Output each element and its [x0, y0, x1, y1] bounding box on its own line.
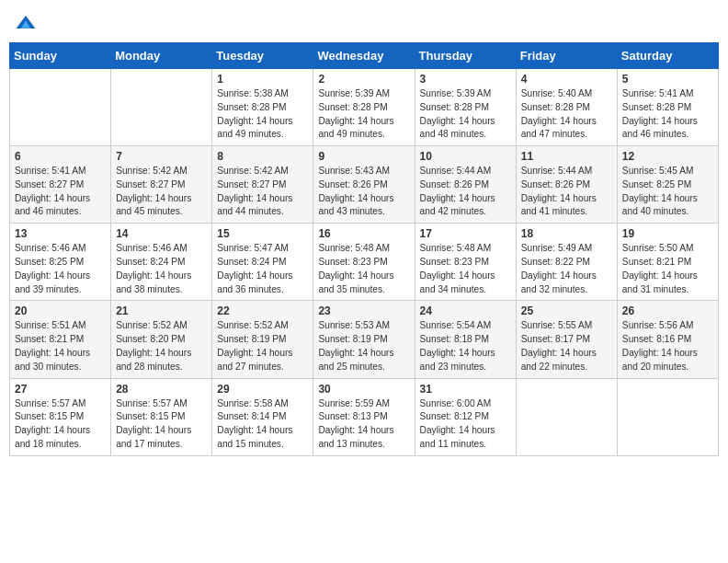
- sunset-text: Sunset: 8:28 PM: [521, 102, 590, 112]
- cell-info: Sunrise: 5:42 AM Sunset: 8:27 PM Dayligh…: [116, 165, 207, 219]
- sunrise-text: Sunrise: 5:46 AM: [116, 243, 188, 253]
- calendar-cell: 27 Sunrise: 5:57 AM Sunset: 8:15 PM Dayl…: [10, 378, 111, 455]
- day-number: 13: [15, 227, 106, 240]
- sunrise-text: Sunrise: 5:59 AM: [318, 398, 390, 408]
- day-number: 6: [15, 150, 106, 163]
- sunset-text: Sunset: 8:21 PM: [15, 334, 84, 344]
- weekday-header-sunday: Sunday: [10, 43, 111, 69]
- daylight-text: Daylight: 14 hours and 39 minutes.: [15, 270, 90, 294]
- sunrise-text: Sunrise: 5:58 AM: [217, 398, 289, 408]
- calendar-cell: 10 Sunrise: 5:44 AM Sunset: 8:26 PM Dayl…: [415, 146, 516, 224]
- week-row-2: 6 Sunrise: 5:41 AM Sunset: 8:27 PM Dayli…: [10, 146, 719, 224]
- calendar-cell: 3 Sunrise: 5:39 AM Sunset: 8:28 PM Dayli…: [415, 69, 516, 146]
- daylight-text: Daylight: 14 hours and 17 minutes.: [116, 425, 191, 449]
- sunset-text: Sunset: 8:20 PM: [116, 334, 185, 344]
- cell-info: Sunrise: 5:39 AM Sunset: 8:28 PM Dayligh…: [318, 87, 409, 142]
- calendar-cell: 22 Sunrise: 5:52 AM Sunset: 8:19 PM Dayl…: [212, 301, 313, 378]
- daylight-text: Daylight: 14 hours and 32 minutes.: [521, 270, 597, 294]
- sunrise-text: Sunrise: 5:41 AM: [15, 166, 86, 176]
- sunset-text: Sunset: 8:27 PM: [15, 179, 84, 190]
- cell-info: Sunrise: 5:38 AM Sunset: 8:28 PM Dayligh…: [217, 87, 308, 142]
- sunrise-text: Sunrise: 5:44 AM: [521, 166, 593, 176]
- cell-info: Sunrise: 5:41 AM Sunset: 8:27 PM Dayligh…: [15, 165, 106, 219]
- daylight-text: Daylight: 14 hours and 42 minutes.: [420, 193, 495, 217]
- sunrise-text: Sunrise: 5:47 AM: [217, 243, 289, 253]
- calendar-table: SundayMondayTuesdayWednesdayThursdayFrid…: [9, 42, 719, 456]
- logo-icon: [13, 9, 39, 35]
- sunset-text: Sunset: 8:14 PM: [217, 411, 286, 421]
- sunrise-text: Sunrise: 5:42 AM: [217, 166, 289, 176]
- sunset-text: Sunset: 8:28 PM: [420, 102, 489, 112]
- sunset-text: Sunset: 8:27 PM: [217, 179, 286, 190]
- weekday-header-friday: Friday: [516, 43, 617, 69]
- daylight-text: Daylight: 14 hours and 49 minutes.: [217, 116, 292, 140]
- day-number: 19: [622, 227, 713, 240]
- cell-info: Sunrise: 5:46 AM Sunset: 8:25 PM Dayligh…: [15, 242, 106, 296]
- sunrise-text: Sunrise: 5:42 AM: [116, 166, 188, 176]
- sunrise-text: Sunrise: 5:41 AM: [622, 88, 694, 98]
- sunrise-text: Sunrise: 5:53 AM: [318, 320, 390, 330]
- daylight-text: Daylight: 14 hours and 41 minutes.: [521, 193, 597, 217]
- cell-info: Sunrise: 5:47 AM Sunset: 8:24 PM Dayligh…: [217, 242, 308, 296]
- sunrise-text: Sunrise: 5:57 AM: [116, 398, 188, 408]
- weekday-header-tuesday: Tuesday: [212, 43, 313, 69]
- sunrise-text: Sunrise: 5:50 AM: [622, 243, 694, 253]
- day-number: 1: [217, 73, 308, 86]
- day-number: 23: [318, 304, 409, 317]
- day-number: 20: [15, 304, 106, 317]
- calendar-cell: 15 Sunrise: 5:47 AM Sunset: 8:24 PM Dayl…: [212, 224, 313, 301]
- cell-info: Sunrise: 5:42 AM Sunset: 8:27 PM Dayligh…: [217, 165, 308, 219]
- sunrise-text: Sunrise: 6:00 AM: [420, 398, 492, 408]
- sunrise-text: Sunrise: 5:52 AM: [116, 320, 188, 330]
- sunrise-text: Sunrise: 5:48 AM: [318, 243, 390, 253]
- daylight-text: Daylight: 14 hours and 27 minutes.: [217, 348, 292, 372]
- calendar-cell: 19 Sunrise: 5:50 AM Sunset: 8:21 PM Dayl…: [617, 224, 718, 301]
- daylight-text: Daylight: 14 hours and 48 minutes.: [420, 116, 495, 140]
- calendar-cell: 12 Sunrise: 5:45 AM Sunset: 8:25 PM Dayl…: [617, 146, 718, 224]
- calendar-cell: [516, 378, 617, 455]
- week-row-3: 13 Sunrise: 5:46 AM Sunset: 8:25 PM Dayl…: [10, 224, 719, 301]
- calendar-cell: 8 Sunrise: 5:42 AM Sunset: 8:27 PM Dayli…: [212, 146, 313, 224]
- cell-info: Sunrise: 5:41 AM Sunset: 8:28 PM Dayligh…: [622, 87, 713, 142]
- sunrise-text: Sunrise: 5:38 AM: [217, 88, 289, 98]
- day-number: 10: [420, 150, 511, 163]
- daylight-text: Daylight: 14 hours and 22 minutes.: [521, 348, 597, 372]
- week-row-1: 1 Sunrise: 5:38 AM Sunset: 8:28 PM Dayli…: [10, 69, 719, 146]
- sunrise-text: Sunrise: 5:55 AM: [521, 320, 593, 330]
- cell-info: Sunrise: 5:53 AM Sunset: 8:19 PM Dayligh…: [318, 319, 409, 373]
- sunrise-text: Sunrise: 5:39 AM: [420, 88, 492, 98]
- daylight-text: Daylight: 14 hours and 25 minutes.: [318, 348, 393, 372]
- day-number: 7: [116, 150, 207, 163]
- daylight-text: Daylight: 14 hours and 45 minutes.: [116, 193, 191, 217]
- sunrise-text: Sunrise: 5:39 AM: [318, 88, 390, 98]
- sunset-text: Sunset: 8:12 PM: [420, 411, 489, 421]
- daylight-text: Daylight: 14 hours and 20 minutes.: [622, 348, 698, 372]
- cell-info: Sunrise: 6:00 AM Sunset: 8:12 PM Dayligh…: [420, 397, 511, 452]
- day-number: 16: [318, 227, 409, 240]
- day-number: 3: [420, 73, 511, 86]
- day-number: 17: [420, 227, 511, 240]
- sunset-text: Sunset: 8:25 PM: [622, 179, 691, 190]
- day-number: 5: [622, 73, 713, 86]
- weekday-header-wednesday: Wednesday: [313, 43, 415, 69]
- cell-info: Sunrise: 5:43 AM Sunset: 8:26 PM Dayligh…: [318, 165, 409, 219]
- cell-info: Sunrise: 5:55 AM Sunset: 8:17 PM Dayligh…: [521, 319, 612, 373]
- cell-info: Sunrise: 5:59 AM Sunset: 8:13 PM Dayligh…: [318, 397, 409, 452]
- week-row-5: 27 Sunrise: 5:57 AM Sunset: 8:15 PM Dayl…: [10, 378, 719, 455]
- cell-info: Sunrise: 5:49 AM Sunset: 8:22 PM Dayligh…: [521, 242, 612, 296]
- day-number: 12: [622, 150, 713, 163]
- daylight-text: Daylight: 14 hours and 49 minutes.: [318, 116, 393, 140]
- sunset-text: Sunset: 8:15 PM: [15, 411, 84, 421]
- calendar-cell: 26 Sunrise: 5:56 AM Sunset: 8:16 PM Dayl…: [617, 301, 718, 378]
- day-number: 8: [217, 150, 308, 163]
- daylight-text: Daylight: 14 hours and 11 minutes.: [420, 425, 495, 449]
- cell-info: Sunrise: 5:57 AM Sunset: 8:15 PM Dayligh…: [116, 397, 207, 452]
- daylight-text: Daylight: 14 hours and 13 minutes.: [318, 425, 393, 449]
- calendar-cell: 20 Sunrise: 5:51 AM Sunset: 8:21 PM Dayl…: [10, 301, 111, 378]
- calendar-cell: 1 Sunrise: 5:38 AM Sunset: 8:28 PM Dayli…: [212, 69, 313, 146]
- sunrise-text: Sunrise: 5:44 AM: [420, 166, 492, 176]
- sunset-text: Sunset: 8:19 PM: [318, 334, 387, 344]
- calendar-cell: [617, 378, 718, 455]
- logo: [13, 9, 40, 35]
- sunrise-text: Sunrise: 5:45 AM: [622, 166, 694, 176]
